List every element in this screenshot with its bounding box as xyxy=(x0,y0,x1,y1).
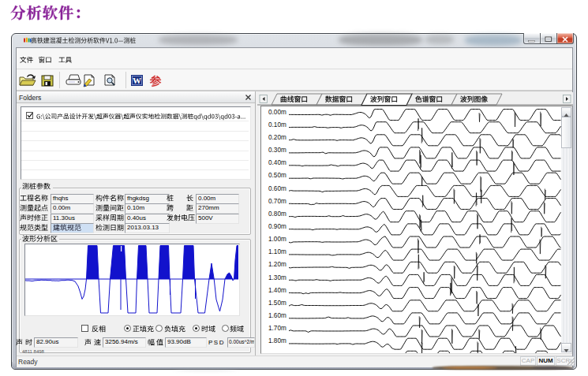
svg-text:W: W xyxy=(133,76,141,85)
